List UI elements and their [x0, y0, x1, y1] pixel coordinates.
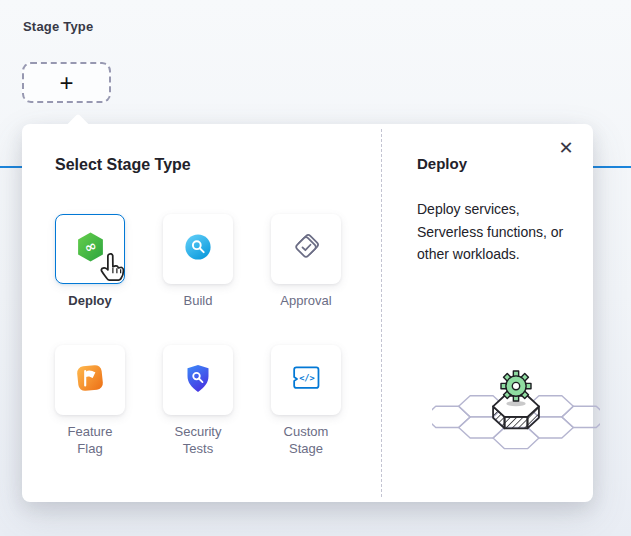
stage-card-build[interactable]	[163, 214, 233, 284]
stage-card-custom-stage[interactable]: </>	[271, 345, 341, 415]
feature-flag-icon	[75, 363, 105, 397]
stage-card-label: Deploy	[68, 293, 111, 309]
stage-card-label: Security Tests	[163, 424, 233, 457]
stage-card-label: Feature Flag	[55, 424, 125, 457]
stage-type-list-panel: Select Stage Type ∞ Deploy Build	[22, 124, 381, 502]
stage-card-approval[interactable]	[271, 214, 341, 284]
custom-stage-icon: </>	[290, 364, 322, 396]
stage-item-build: Build	[163, 214, 233, 309]
security-shield-icon	[183, 363, 213, 398]
select-stage-popover: Select Stage Type ∞ Deploy Build	[22, 124, 593, 502]
detail-description: Deploy services, Serverless functions, o…	[417, 198, 569, 266]
detail-title: Deploy	[417, 155, 569, 172]
hexagon-platform-gear-illustration	[432, 364, 600, 461]
pipeline-canvas: Stage Type + Select Stage Type ∞ Deploy	[0, 0, 631, 536]
stage-card-label: Approval	[280, 293, 331, 309]
build-ci-icon	[183, 232, 213, 266]
stage-type-label: Stage Type	[23, 19, 93, 34]
stage-item-security-tests: Security Tests	[163, 345, 233, 457]
stage-item-deploy: ∞ Deploy	[55, 214, 125, 309]
add-stage-button[interactable]: +	[22, 62, 111, 103]
stage-card-feature-flag[interactable]	[55, 345, 125, 415]
popover-title: Select Stage Type	[55, 156, 381, 174]
close-icon[interactable]: ✕	[553, 135, 579, 161]
stage-card-label: Build	[184, 293, 213, 309]
stage-card-security-tests[interactable]	[163, 345, 233, 415]
approval-check-icon	[290, 231, 322, 267]
stage-item-custom-stage: </> Custom Stage	[271, 345, 341, 457]
stage-card-deploy[interactable]: ∞	[55, 214, 125, 284]
svg-text:</>: </>	[299, 373, 315, 383]
stage-item-feature-flag: Feature Flag	[55, 345, 125, 457]
deploy-hexagon-icon: ∞	[75, 231, 106, 267]
stage-item-approval: Approval	[271, 214, 341, 309]
stage-card-label: Custom Stage	[271, 424, 341, 457]
plus-icon: +	[59, 71, 73, 95]
stage-grid: ∞ Deploy Build Approval	[55, 214, 381, 457]
